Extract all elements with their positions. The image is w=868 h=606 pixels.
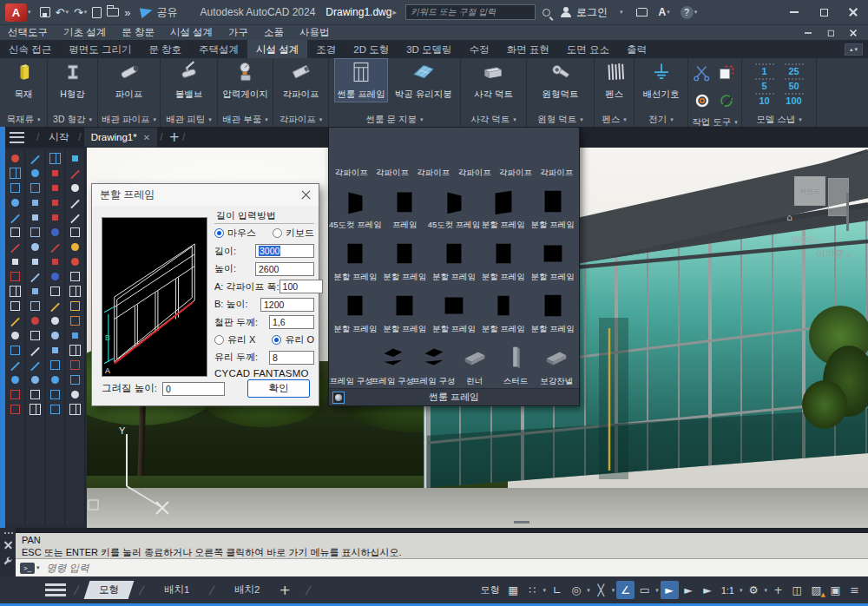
plate-field[interactable]: 1,6 — [269, 315, 314, 329]
tool-icon[interactable] — [49, 181, 62, 194]
help-icon[interactable]: ? — [681, 6, 694, 19]
tab-close-icon[interactable]: ✕ — [143, 133, 150, 142]
layout-tab-모형[interactable]: 모형 — [83, 581, 134, 599]
gallery-item-프레임[interactable]: 프레임 — [380, 187, 430, 231]
scissors-tool-button[interactable] — [692, 61, 714, 89]
tool-icon[interactable] — [29, 211, 42, 224]
panel-expand-icon[interactable]: ▾ — [319, 116, 323, 123]
tool-icon[interactable] — [49, 403, 62, 416]
gallery-item-분할 프레임[interactable]: 분할 프레임 — [331, 239, 380, 283]
command-input[interactable]: >_ ▾ 명령 입력 — [16, 558, 868, 576]
gallery-item-각파이프[interactable]: 각파이프 — [372, 135, 412, 179]
panel-expand-icon[interactable]: ▾ — [89, 116, 92, 123]
ribbon-button-배선기호[interactable]: 배선기호 — [641, 59, 681, 102]
tool-icon[interactable] — [49, 359, 62, 372]
gallery-item-분할 프레임[interactable]: 분할 프레임 — [430, 291, 479, 335]
dynamic-input-icon-dropdown[interactable]: ▾ — [655, 587, 659, 594]
gallery-item-분할 프레임[interactable]: 분할 프레임 — [478, 291, 528, 335]
model-snap-25[interactable]: 25 — [785, 63, 804, 76]
tool-icon[interactable] — [49, 255, 62, 268]
tool-icon[interactable] — [9, 167, 22, 180]
tool-icon[interactable] — [9, 403, 22, 416]
tool-icon[interactable] — [29, 329, 42, 342]
gallery-item-각파이프[interactable]: 각파이프 — [413, 135, 454, 179]
gallery-item-프레임 구성[interactable]: 프레임 구성 — [331, 343, 372, 387]
panel-expand-icon[interactable]: ▾ — [799, 116, 802, 123]
tool-icon[interactable] — [69, 403, 82, 416]
gallery-item-런너[interactable]: 런너 — [454, 343, 495, 387]
menu-item-7[interactable]: 사용법 — [292, 26, 338, 39]
ribbon-button-볼밸브[interactable]: 볼밸브 — [174, 59, 205, 102]
gallery-item-분할 프레임[interactable]: 분할 프레임 — [380, 291, 430, 335]
viewcube-home-icon[interactable]: ⌂ — [786, 212, 792, 223]
tool-icon[interactable] — [69, 240, 82, 254]
dialog-close-icon[interactable] — [301, 190, 311, 200]
menu-item-3[interactable]: 문 창문 — [114, 26, 162, 39]
gallery-item-각파이프[interactable]: 각파이프 — [331, 135, 372, 179]
model-snap-100[interactable]: 100 — [785, 93, 804, 106]
panel-footer-worktools[interactable]: 작업 도구▾ — [688, 116, 741, 128]
draw-height-field[interactable]: 0 — [162, 382, 225, 396]
graphics-performance-icon[interactable]: ▨▲ — [807, 581, 825, 599]
plot-button[interactable] — [89, 3, 104, 21]
model-snap-1[interactable]: 1 — [755, 63, 774, 76]
radio-glass-x[interactable]: 유리 X — [214, 333, 255, 346]
model-space-button[interactable]: 모형 — [477, 583, 503, 596]
height-field[interactable]: 2600 — [255, 262, 314, 276]
gallery-item-보강찬넬[interactable]: 보강찬넬 — [536, 343, 577, 387]
settings-gear-icon[interactable]: ⚙ — [744, 581, 762, 599]
gallery-item-분할 프레임[interactable]: 분할 프레임 — [331, 291, 380, 335]
tool-icon[interactable] — [29, 314, 42, 327]
panel-footer-shapes3d[interactable]: 3D 형강▾ — [48, 113, 97, 127]
panel-footer-rduct[interactable]: 원형 덕트▾ — [527, 113, 594, 127]
tool-icon[interactable] — [69, 211, 82, 224]
ribbon-tab-9[interactable]: 수정 — [461, 40, 498, 58]
ribbon-button-목재[interactable]: 목재 — [9, 59, 38, 102]
grid-icon[interactable]: ▦ — [504, 581, 523, 599]
tool-icon[interactable] — [9, 240, 22, 254]
account-icon[interactable] — [561, 7, 571, 17]
radio-glass-o[interactable]: 유리 O — [272, 333, 314, 346]
model-snap-5[interactable]: 5 — [755, 78, 774, 91]
pipe-width-field[interactable]: 100 — [279, 280, 323, 293]
polar-tracking-icon[interactable]: ◎ — [567, 581, 585, 599]
ribbon-tab-2[interactable]: 평면도 그리기 — [60, 40, 140, 58]
panel-footer-modelsnap[interactable]: 모델 스냅▾ — [742, 113, 816, 127]
panel-footer-pipe[interactable]: 배관 파이프▾ — [98, 113, 160, 127]
command-line-grip[interactable] — [0, 528, 16, 576]
tool-icon[interactable] — [29, 181, 42, 194]
panel-expand-icon[interactable]: ▾ — [153, 116, 156, 123]
minimize-button[interactable] — [779, 0, 809, 24]
tool-icon[interactable] — [49, 270, 62, 283]
menu-item-5[interactable]: 가구 — [220, 26, 256, 39]
tool-icon[interactable] — [49, 152, 62, 165]
ribbon-tab-4[interactable]: 주택설계 — [190, 40, 247, 58]
tool-icon[interactable] — [29, 196, 42, 209]
new-tab-button[interactable]: + — [168, 129, 180, 145]
panel-footer-sqpipe[interactable]: 각파이프▾ — [273, 113, 328, 127]
tool-icon[interactable] — [29, 285, 42, 298]
ribbon-tab-11[interactable]: 도면 요소 — [558, 40, 618, 58]
tool-icon[interactable] — [9, 314, 22, 327]
undo-button[interactable]: ↶▾ — [53, 3, 71, 21]
menu-item-4[interactable]: 시설 설계 — [162, 26, 220, 39]
ribbon-button-썬룸 프레임[interactable]: 썬룸 프레임 — [335, 59, 386, 102]
tool-icon[interactable] — [9, 329, 22, 342]
panel-footer-parts[interactable]: 배관 부품▾ — [218, 113, 273, 127]
tool-icon[interactable] — [9, 181, 22, 194]
tab-drawing1[interactable]: Drawing1*✕ — [84, 128, 157, 147]
ribbon-button-압력게이지[interactable]: 압력게이지 — [220, 59, 270, 102]
isolate-objects-icon[interactable]: ◫ — [788, 581, 806, 599]
gallery-item-분할 프레임[interactable]: 분할 프레임 — [528, 187, 577, 231]
autodesk-app-icon[interactable]: A — [658, 6, 666, 18]
gallery-item-45도컷 프레임[interactable]: 45도컷 프레임 — [331, 187, 380, 231]
command-close-icon[interactable] — [4, 541, 12, 549]
save-button[interactable] — [37, 3, 53, 21]
tool-icon[interactable] — [69, 373, 82, 386]
tool-icon[interactable] — [69, 196, 82, 209]
panel-expand-icon[interactable]: ▾ — [420, 116, 424, 123]
gallery-item-각파이프[interactable]: 각파이프 — [495, 135, 536, 179]
ribbon-tab-5[interactable]: 시설 설계 — [247, 40, 307, 58]
tool-icon[interactable] — [29, 403, 42, 416]
ribbon-button-H형강[interactable]: H형강 — [58, 59, 88, 102]
